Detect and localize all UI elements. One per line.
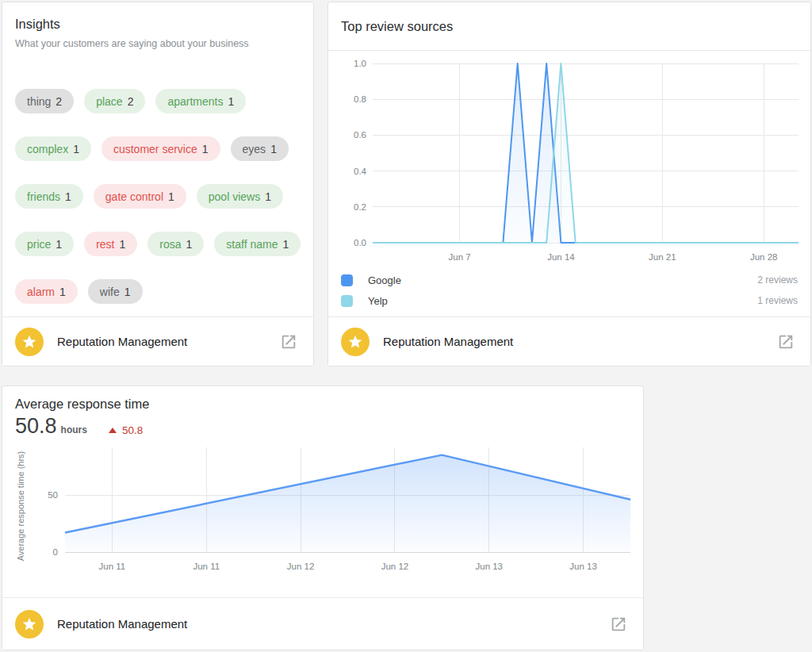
y-axis-tick: 0.2 [354,202,366,212]
tag-pill-rest[interactable]: rest1 [84,232,137,256]
star-icon [341,328,370,356]
y-axis-tick: 50 [48,490,58,500]
response-time-footer: Reputation Management [2,597,643,650]
star-icon [15,328,44,356]
tag-label: price [27,238,51,251]
tag-row: friends1gate control1pool views1 [15,184,301,209]
app-name-label: Reputation Management [57,617,187,631]
tag-pill-eyes[interactable]: eyes1 [231,136,289,161]
y-axis-tick: 0.8 [354,94,366,104]
review-sources-header: Top review sources [328,2,810,51]
legend-swatch-icon [341,274,353,286]
tag-count: 1 [282,238,289,251]
tag-label: apartments [167,95,223,108]
review-sources-chart: 0.00.20.40.60.81.0Jun 7Jun 14Jun 21Jun 2… [341,52,799,268]
x-axis-tick: Jun 28 [750,252,778,262]
tag-pill-place[interactable]: place2 [84,89,145,113]
triangle-up-icon [109,428,117,433]
tag-label: eyes [243,143,266,155]
tag-row: complex1customer service1eyes1 [15,136,301,161]
y-axis-tick: 0.6 [354,130,366,140]
response-time-chart: Average response time (hrs) Jun 11Jun 11… [15,443,634,584]
tag-pill-pool-views[interactable]: pool views1 [197,184,283,209]
tag-label: customer service [113,143,197,155]
tag-row: alarm1wife1 [15,279,301,304]
x-axis-tick: Jun 12 [287,562,315,571]
series-area-google [373,63,799,243]
top-review-sources-card: Top review sources 0.00.20.40.60.81.0Jun… [327,2,811,366]
tag-count: 1 [65,190,71,203]
tag-count: 1 [202,143,209,155]
series-area-response-time [65,455,630,552]
series-line-yelp [373,63,799,243]
insights-header: Insights What your customers are saying … [2,2,313,49]
tag-count: 1 [73,143,79,155]
tag-pill-customer-service[interactable]: customer service1 [102,136,220,161]
tag-pill-alarm[interactable]: alarm1 [15,279,78,304]
tag-count: 1 [270,143,277,155]
star-icon [15,610,44,639]
tag-row: price1rest1rosa1staff name1 [15,232,301,256]
tag-label: rest [96,238,114,251]
legend-name: Google [368,274,401,286]
tag-count: 2 [128,95,134,108]
tag-label: staff name [226,238,278,251]
tag-pill-price[interactable]: price1 [15,232,74,256]
tag-label: complex [27,143,68,155]
x-axis-tick: Jun 11 [193,562,220,571]
insights-subtitle: What your customers are saying about you… [15,38,301,49]
x-axis-tick: Jun 11 [99,562,126,571]
y-axis-tick: 0 [53,547,58,557]
tag-label: friends [27,190,60,203]
tag-count: 1 [59,286,66,298]
open-in-new-button[interactable] [280,333,297,351]
tag-pill-wife[interactable]: wife1 [88,279,143,304]
tag-pill-friends[interactable]: friends1 [15,184,83,209]
tag-count: 1 [56,238,62,251]
tag-label: pool views [209,190,260,203]
delta-value: 50.8 [122,424,143,436]
tag-count: 1 [120,238,126,251]
app-name-label: Reputation Management [383,335,513,348]
app-name-label: Reputation Management [57,335,187,348]
response-time-title: Average response time [15,397,630,412]
tag-label: rosa [159,238,181,251]
y-axis-tick: 0.4 [354,167,367,176]
x-axis-tick: Jun 21 [649,252,676,262]
tag-label: alarm [27,286,55,298]
y-axis-label: Average response time (hrs) [16,451,25,562]
tag-count: 1 [168,190,174,203]
open-in-new-button[interactable] [777,333,795,351]
external-link-icon [280,333,297,351]
tag-count: 2 [56,95,62,108]
legend-swatch-icon [341,295,353,307]
tag-label: wife [100,286,120,298]
x-axis-tick: Jun 14 [547,252,575,262]
insights-title: Insights [15,17,301,32]
tag-pill-staff-name[interactable]: staff name1 [214,232,301,256]
review-sources-title: Top review sources [341,19,453,34]
tag-count: 1 [124,286,131,298]
tag-label: gate control [105,190,163,203]
tag-pill-thing[interactable]: thing2 [15,89,74,113]
insights-tag-list: thing2place2apartments1complex1customer … [15,89,301,304]
legend-total: 1 reviews [757,295,798,306]
tag-count: 1 [228,95,234,108]
series-line-google [373,63,799,243]
x-axis-tick: Jun 13 [475,562,503,571]
x-axis-tick: Jun 13 [569,562,597,571]
tag-pill-apartments[interactable]: apartments1 [155,89,246,113]
tag-pill-rosa[interactable]: rosa1 [147,232,204,256]
insights-footer: Reputation Management [2,316,313,366]
review-sources-footer: Reputation Management [328,316,810,366]
legend-item-google[interactable]: Google2 reviews [341,270,798,290]
legend-item-yelp[interactable]: Yelp1 reviews [341,290,798,311]
x-axis-tick: Jun 12 [381,562,409,571]
tag-pill-gate-control[interactable]: gate control1 [94,184,186,209]
external-link-icon [777,333,795,351]
legend-name: Yelp [368,295,388,307]
tag-pill-complex[interactable]: complex1 [15,136,91,161]
series-area-yelp [373,63,799,243]
insights-card: Insights What your customers are saying … [2,2,314,366]
open-in-new-button[interactable] [610,616,627,633]
